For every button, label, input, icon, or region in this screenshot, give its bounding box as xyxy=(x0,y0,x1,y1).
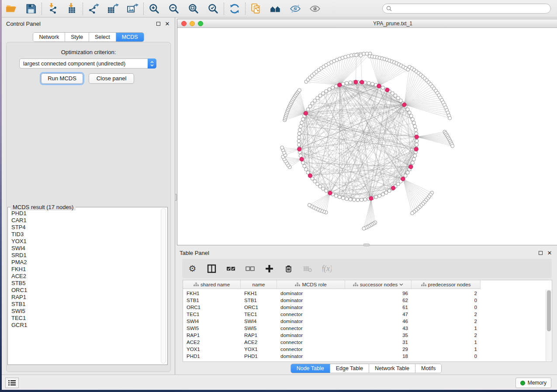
horizontal-splitter-handle[interactable] xyxy=(363,244,370,246)
table-cell: 47 xyxy=(345,311,412,318)
mcds-result-item[interactable]: STB5 xyxy=(10,280,159,287)
zoom-out-icon[interactable] xyxy=(168,3,180,15)
memory-status-icon xyxy=(520,381,525,385)
table-cell: YOX1 xyxy=(241,346,277,353)
window-zoom-icon[interactable] xyxy=(198,21,203,26)
zoom-selected-icon[interactable] xyxy=(207,3,219,15)
export-network-icon[interactable] xyxy=(87,3,100,15)
table-cell: 0 xyxy=(412,304,481,311)
window-close-icon[interactable] xyxy=(181,21,187,26)
mcds-result-scrollbar[interactable] xyxy=(161,208,166,364)
apply-layout-icon[interactable] xyxy=(228,3,241,15)
table-cell: 0 xyxy=(412,297,481,304)
table-row[interactable]: RAP1RAP1dominator352 xyxy=(183,332,546,339)
mcds-result-item[interactable]: GCR1 xyxy=(10,322,159,329)
mcds-result-item[interactable]: ORC1 xyxy=(10,287,159,294)
mcds-result-item[interactable]: PHD1 xyxy=(10,210,159,217)
tab-motifs[interactable]: Motifs xyxy=(415,364,441,373)
tab-edge-table[interactable]: Edge Table xyxy=(330,364,369,373)
mcds-result-item[interactable]: FKH1 xyxy=(10,266,159,273)
column-header-successor-nodes[interactable]: successor nodes xyxy=(345,280,412,289)
tab-node-table[interactable]: Node Table xyxy=(291,364,330,373)
tab-mcds[interactable]: MCDS xyxy=(116,33,144,41)
search-input[interactable] xyxy=(394,5,547,12)
criterion-dropdown[interactable]: largest connected component (undirected) xyxy=(19,58,156,69)
search-icon xyxy=(386,6,392,11)
float-panel-icon[interactable] xyxy=(155,21,161,27)
column-header-name[interactable]: name xyxy=(241,280,277,289)
hide-selected-icon[interactable] xyxy=(289,3,301,15)
table-row[interactable]: YOX1YOX1connector291 xyxy=(183,346,546,353)
task-history-button[interactable] xyxy=(5,378,19,388)
table-row[interactable]: ACE2ACE2connector311 xyxy=(183,339,546,346)
window-minimize-icon[interactable] xyxy=(190,21,195,26)
table-cell: connector xyxy=(277,339,345,346)
table-panel-title: Table Panel xyxy=(180,250,209,256)
close-panel-button[interactable]: Close panel xyxy=(89,73,134,84)
show-all-icon[interactable] xyxy=(309,3,321,15)
table-row[interactable]: PHD1PHD1dominator180 xyxy=(183,353,546,360)
close-panel-icon[interactable]: ✕ xyxy=(164,21,170,27)
zoom-fit-icon[interactable] xyxy=(187,3,200,15)
mcds-result-item[interactable]: YOX1 xyxy=(10,238,159,245)
table-row[interactable]: STB1STB1dominator620 xyxy=(183,297,546,304)
mcds-result-item[interactable]: CAR1 xyxy=(10,217,159,224)
mcds-result-item[interactable]: TEC1 xyxy=(10,315,159,322)
table-row[interactable]: SWI4SWI4dominator462 xyxy=(183,318,546,325)
table-cell: 0 xyxy=(412,353,481,360)
first-neighbors-icon[interactable] xyxy=(270,3,282,15)
network-window-titlebar[interactable]: YPA_prune.txt_1 xyxy=(177,19,557,28)
search-box[interactable] xyxy=(382,3,551,14)
tab-network[interactable]: Network xyxy=(33,33,65,41)
tab-select[interactable]: Select xyxy=(89,33,116,41)
deselect-all-icon[interactable] xyxy=(244,263,256,274)
tab-network-table[interactable]: Network Table xyxy=(369,364,415,373)
network-graph[interactable] xyxy=(177,28,557,245)
mcds-result-item[interactable]: TID3 xyxy=(10,231,159,238)
delete-icon[interactable] xyxy=(283,263,294,274)
mcds-result-item[interactable]: STP4 xyxy=(10,224,159,231)
table-cell: ORC1 xyxy=(241,304,277,311)
mcds-result-item[interactable]: SWI5 xyxy=(10,308,159,315)
show-columns-icon[interactable] xyxy=(206,263,217,274)
zoom-in-icon[interactable] xyxy=(148,3,160,15)
table-row[interactable]: SWI5SWI5connector431 xyxy=(183,325,546,332)
table-row[interactable]: FKH1FKH1dominator962 xyxy=(183,290,546,297)
open-session-icon[interactable] xyxy=(5,3,17,15)
column-header-shared-name[interactable]: shared name xyxy=(183,280,241,289)
import-table-icon[interactable] xyxy=(66,3,78,15)
export-image-icon[interactable] xyxy=(127,3,139,15)
clone-network-icon[interactable] xyxy=(250,3,262,15)
table-cell: 35 xyxy=(345,332,412,339)
vertical-splitter-handle[interactable] xyxy=(175,194,177,201)
mcds-result-list[interactable]: PHD1CAR1STP4TID3YOX1SWI4SRD1PMA2FKH1ACE2… xyxy=(10,210,159,363)
memory-button[interactable]: Memory xyxy=(515,378,551,388)
mcds-result-item[interactable]: RAP1 xyxy=(10,294,159,301)
mcds-result-item[interactable]: SWI4 xyxy=(10,245,159,252)
table-cell: dominator xyxy=(277,297,345,304)
network-canvas[interactable] xyxy=(177,28,557,245)
add-icon[interactable] xyxy=(263,263,275,274)
export-table-icon[interactable] xyxy=(107,3,119,15)
table-settings-icon[interactable]: ⚙ xyxy=(187,263,198,274)
table-cell: dominator xyxy=(277,290,345,297)
mcds-result-item[interactable]: SRD1 xyxy=(10,252,159,259)
float-table-panel-icon[interactable] xyxy=(537,250,543,256)
import-network-icon[interactable] xyxy=(46,3,59,15)
mcds-result-item[interactable]: STB1 xyxy=(10,301,159,308)
table-row[interactable]: ORC1ORC1dominator610 xyxy=(183,304,546,311)
table-scrollbar-thumb[interactable] xyxy=(547,290,551,331)
save-session-icon[interactable] xyxy=(25,3,37,15)
mcds-result-item[interactable]: PMA2 xyxy=(10,259,159,266)
table-cell: RAP1 xyxy=(241,332,277,339)
mcds-result-item[interactable]: ACE2 xyxy=(10,273,159,280)
table-row[interactable]: TEC1TEC1connector472 xyxy=(183,311,546,318)
cytoscape-app-window: Control Panel ✕ NetworkStyleSelectMCDS O… xyxy=(0,0,557,392)
close-table-panel-icon[interactable]: ✕ xyxy=(547,250,553,256)
column-header-predecessor-nodes[interactable]: predecessor nodes xyxy=(412,280,481,289)
table-vertical-scrollbar[interactable] xyxy=(546,289,551,361)
run-mcds-button[interactable]: Run MCDS xyxy=(41,73,83,84)
column-header-MCDS-role[interactable]: MCDS role xyxy=(277,280,345,289)
tab-style[interactable]: Style xyxy=(65,33,89,41)
select-all-icon[interactable] xyxy=(225,263,236,274)
